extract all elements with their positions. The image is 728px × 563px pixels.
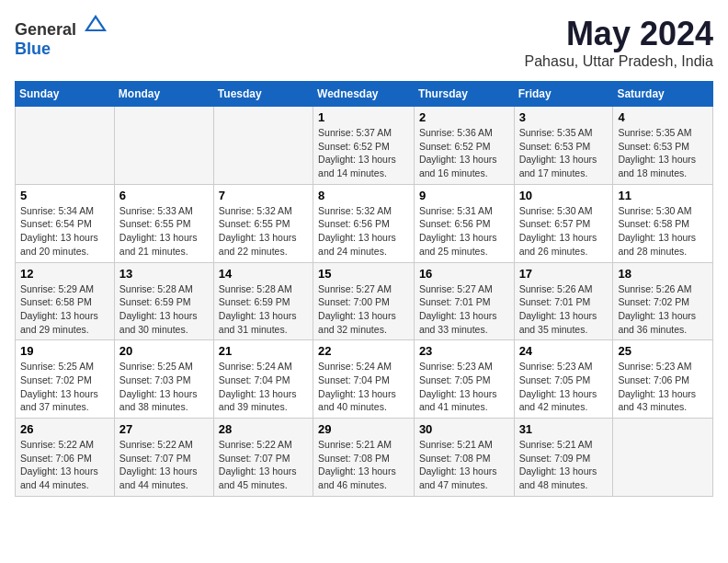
cell-content: Sunrise: 5:26 AM Sunset: 7:01 PM Dayligh…: [519, 282, 609, 337]
day-number: 4: [618, 110, 708, 124]
logo-icon: [83, 13, 108, 33]
cell-content: Sunrise: 5:27 AM Sunset: 7:00 PM Dayligh…: [318, 282, 409, 337]
logo-blue: Blue: [15, 40, 51, 58]
cell-content: Sunrise: 5:24 AM Sunset: 7:04 PM Dayligh…: [318, 360, 409, 414]
day-number: 14: [219, 267, 308, 281]
day-of-week-header: Monday: [114, 82, 213, 107]
cell-content: Sunrise: 5:25 AM Sunset: 7:03 PM Dayligh…: [119, 360, 209, 414]
page-header: General Blue May 2024 Pahasu, Uttar Prad…: [15, 15, 713, 70]
cell-content: Sunrise: 5:33 AM Sunset: 6:55 PM Dayligh…: [119, 204, 209, 259]
calendar-cell: 16Sunrise: 5:27 AM Sunset: 7:01 PM Dayli…: [414, 262, 514, 340]
cell-content: Sunrise: 5:30 AM Sunset: 6:57 PM Dayligh…: [519, 204, 609, 259]
calendar-cell: 25Sunrise: 5:23 AM Sunset: 7:06 PM Dayli…: [613, 340, 713, 419]
main-title: May 2024: [525, 15, 713, 53]
day-number: 25: [618, 344, 708, 358]
calendar-cell: 8Sunrise: 5:32 AM Sunset: 6:56 PM Daylig…: [313, 184, 415, 262]
calendar-cell: 19Sunrise: 5:25 AM Sunset: 7:02 PM Dayli…: [16, 340, 115, 419]
cell-content: Sunrise: 5:37 AM Sunset: 6:52 PM Dayligh…: [318, 126, 409, 180]
day-number: 27: [119, 422, 209, 436]
calendar-cell: 14Sunrise: 5:28 AM Sunset: 6:59 PM Dayli…: [213, 262, 313, 340]
cell-content: Sunrise: 5:22 AM Sunset: 7:07 PM Dayligh…: [219, 438, 308, 492]
day-number: 10: [519, 189, 609, 202]
day-number: 21: [219, 344, 308, 358]
day-number: 24: [519, 344, 609, 358]
day-number: 5: [20, 189, 109, 202]
calendar-cell: 5Sunrise: 5:34 AM Sunset: 6:54 PM Daylig…: [16, 184, 115, 262]
day-number: 13: [119, 267, 209, 281]
calendar-cell: 22Sunrise: 5:24 AM Sunset: 7:04 PM Dayli…: [313, 340, 415, 419]
cell-content: Sunrise: 5:31 AM Sunset: 6:56 PM Dayligh…: [419, 204, 509, 259]
day-of-week-header: Tuesday: [213, 82, 313, 107]
cell-content: Sunrise: 5:22 AM Sunset: 7:07 PM Dayligh…: [119, 438, 209, 492]
calendar-cell: 24Sunrise: 5:23 AM Sunset: 7:05 PM Dayli…: [514, 340, 613, 419]
cell-content: Sunrise: 5:23 AM Sunset: 7:06 PM Dayligh…: [618, 360, 708, 414]
cell-content: Sunrise: 5:21 AM Sunset: 7:09 PM Dayligh…: [519, 438, 609, 492]
calendar-cell: [613, 419, 713, 497]
calendar-cell: 31Sunrise: 5:21 AM Sunset: 7:09 PM Dayli…: [514, 419, 613, 497]
subtitle: Pahasu, Uttar Pradesh, India: [525, 53, 713, 70]
day-number: 8: [318, 189, 409, 202]
calendar-cell: 11Sunrise: 5:30 AM Sunset: 6:58 PM Dayli…: [613, 184, 713, 262]
day-number: 2: [419, 110, 509, 124]
day-number: 6: [119, 189, 209, 202]
day-number: 30: [419, 422, 509, 436]
cell-content: Sunrise: 5:28 AM Sunset: 6:59 PM Dayligh…: [119, 282, 209, 337]
calendar-week-row: 26Sunrise: 5:22 AM Sunset: 7:06 PM Dayli…: [16, 419, 713, 497]
calendar-table: SundayMondayTuesdayWednesdayThursdayFrid…: [15, 81, 713, 497]
calendar-week-row: 12Sunrise: 5:29 AM Sunset: 6:58 PM Dayli…: [16, 262, 713, 340]
logo-general: General: [15, 20, 76, 39]
cell-content: Sunrise: 5:21 AM Sunset: 7:08 PM Dayligh…: [318, 438, 409, 492]
day-number: 9: [419, 189, 509, 202]
calendar-cell: 27Sunrise: 5:22 AM Sunset: 7:07 PM Dayli…: [114, 419, 213, 497]
calendar-cell: 20Sunrise: 5:25 AM Sunset: 7:03 PM Dayli…: [114, 340, 213, 419]
calendar-cell: 26Sunrise: 5:22 AM Sunset: 7:06 PM Dayli…: [16, 419, 115, 497]
calendar-cell: 17Sunrise: 5:26 AM Sunset: 7:01 PM Dayli…: [514, 262, 613, 340]
day-number: 3: [519, 110, 609, 124]
logo-text: General Blue: [15, 15, 108, 59]
calendar-week-row: 5Sunrise: 5:34 AM Sunset: 6:54 PM Daylig…: [16, 184, 713, 262]
calendar-cell: [213, 107, 313, 185]
day-of-week-header: Sunday: [16, 82, 115, 107]
cell-content: Sunrise: 5:26 AM Sunset: 7:02 PM Dayligh…: [618, 282, 708, 337]
calendar-cell: 9Sunrise: 5:31 AM Sunset: 6:56 PM Daylig…: [414, 184, 514, 262]
day-number: 17: [519, 267, 609, 281]
day-number: 7: [219, 189, 308, 202]
day-number: 23: [419, 344, 509, 358]
calendar-cell: 13Sunrise: 5:28 AM Sunset: 6:59 PM Dayli…: [114, 262, 213, 340]
cell-content: Sunrise: 5:23 AM Sunset: 7:05 PM Dayligh…: [519, 360, 609, 414]
day-of-week-header: Wednesday: [313, 82, 415, 107]
day-number: 15: [318, 267, 409, 281]
day-number: 28: [219, 422, 308, 436]
cell-content: Sunrise: 5:34 AM Sunset: 6:54 PM Dayligh…: [20, 204, 109, 259]
day-number: 19: [20, 344, 109, 358]
day-number: 22: [318, 344, 409, 358]
cell-content: Sunrise: 5:24 AM Sunset: 7:04 PM Dayligh…: [219, 360, 308, 414]
day-of-week-header: Thursday: [414, 82, 514, 107]
day-number: 12: [20, 267, 109, 281]
day-number: 29: [318, 422, 409, 436]
calendar-cell: 6Sunrise: 5:33 AM Sunset: 6:55 PM Daylig…: [114, 184, 213, 262]
calendar-cell: 1Sunrise: 5:37 AM Sunset: 6:52 PM Daylig…: [313, 107, 415, 185]
calendar-cell: 21Sunrise: 5:24 AM Sunset: 7:04 PM Dayli…: [213, 340, 313, 419]
calendar-cell: 3Sunrise: 5:35 AM Sunset: 6:53 PM Daylig…: [514, 107, 613, 185]
calendar-cell: 12Sunrise: 5:29 AM Sunset: 6:58 PM Dayli…: [16, 262, 115, 340]
day-number: 26: [20, 422, 109, 436]
cell-content: Sunrise: 5:36 AM Sunset: 6:52 PM Dayligh…: [419, 126, 509, 180]
calendar-cell: [114, 107, 213, 185]
cell-content: Sunrise: 5:30 AM Sunset: 6:58 PM Dayligh…: [618, 204, 708, 259]
calendar-week-row: 1Sunrise: 5:37 AM Sunset: 6:52 PM Daylig…: [16, 107, 713, 185]
cell-content: Sunrise: 5:28 AM Sunset: 6:59 PM Dayligh…: [219, 282, 308, 337]
cell-content: Sunrise: 5:35 AM Sunset: 6:53 PM Dayligh…: [618, 126, 708, 180]
cell-content: Sunrise: 5:21 AM Sunset: 7:08 PM Dayligh…: [419, 438, 509, 492]
calendar-cell: 28Sunrise: 5:22 AM Sunset: 7:07 PM Dayli…: [213, 419, 313, 497]
calendar-cell: 18Sunrise: 5:26 AM Sunset: 7:02 PM Dayli…: [613, 262, 713, 340]
calendar-cell: 10Sunrise: 5:30 AM Sunset: 6:57 PM Dayli…: [514, 184, 613, 262]
cell-content: Sunrise: 5:27 AM Sunset: 7:01 PM Dayligh…: [419, 282, 509, 337]
day-of-week-header: Saturday: [613, 82, 713, 107]
calendar-cell: 7Sunrise: 5:32 AM Sunset: 6:55 PM Daylig…: [213, 184, 313, 262]
cell-content: Sunrise: 5:32 AM Sunset: 6:56 PM Dayligh…: [318, 204, 409, 259]
calendar-cell: 2Sunrise: 5:36 AM Sunset: 6:52 PM Daylig…: [414, 107, 514, 185]
calendar-cell: [16, 107, 115, 185]
cell-content: Sunrise: 5:29 AM Sunset: 6:58 PM Dayligh…: [20, 282, 109, 337]
day-number: 18: [618, 267, 708, 281]
